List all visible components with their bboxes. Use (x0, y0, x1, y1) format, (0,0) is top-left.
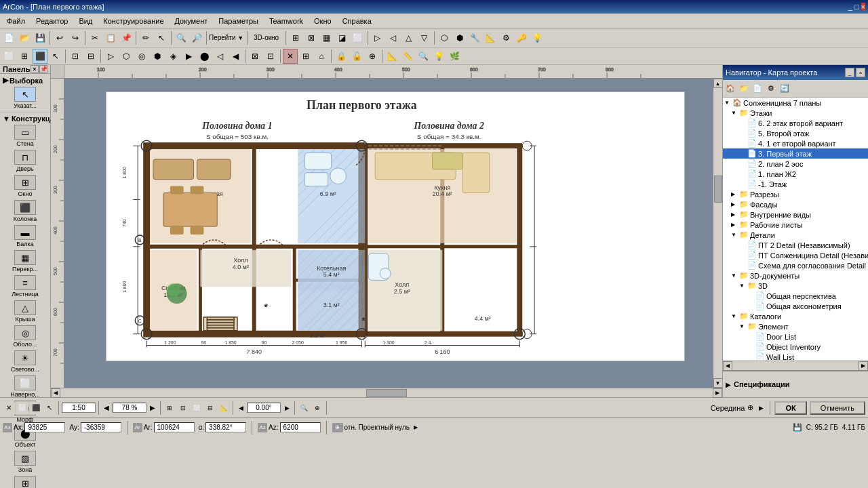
tb2-btn9[interactable]: ◀ (228, 49, 243, 64)
menu-view[interactable]: Вид (75, 16, 96, 26)
tree-item-detali[interactable]: ▼ 📁 Детали (723, 230, 868, 240)
tb-btn6[interactable]: ▷ (370, 30, 385, 45)
minimize-btn[interactable]: _ (848, 3, 852, 11)
open-btn[interactable]: 📂 (17, 30, 32, 45)
panel-item-balka[interactable]: ▬ Балка (1, 224, 49, 249)
tb-btn5[interactable]: ⬜ (351, 30, 366, 45)
tree-item-katalogi[interactable]: ▼ 📁 Каталоги (723, 311, 868, 321)
tb-btn14[interactable]: ⚙ (499, 30, 514, 45)
tb-btn11[interactable]: ⬢ (452, 30, 467, 45)
tb-btn7[interactable]: ◁ (386, 30, 401, 45)
cancel-button[interactable]: Отменить (810, 401, 865, 415)
angle-minus[interactable]: ◀ (236, 402, 245, 414)
menu-edit[interactable]: Редактор (32, 16, 72, 26)
tb2-btn5[interactable]: ◈ (165, 49, 180, 64)
tb-btn8[interactable]: △ (401, 30, 416, 45)
save-btn[interactable]: 💾 (33, 30, 47, 45)
tb2-btn1[interactable]: ▷ (103, 49, 118, 64)
menu-teamwork[interactable]: Teamwork (265, 16, 307, 26)
tree-item-pt2[interactable]: 📄 ПТ 2 Detail (Независимый) (723, 240, 868, 250)
view-btn-e[interactable]: 📐 (218, 402, 230, 414)
panel-close-btn[interactable]: × (31, 65, 39, 73)
copy-btn[interactable]: 📋 (103, 30, 118, 45)
tb2-btn12[interactable]: ✕ (283, 49, 298, 64)
menu-params[interactable]: Параметры (214, 16, 262, 26)
tb2-btn21[interactable]: 💡 (431, 49, 446, 64)
view-btn-a[interactable]: ⊞ (163, 402, 176, 414)
tree-item-3etazh[interactable]: 📄 3. Первый этаж (723, 148, 868, 159)
sb-btn1[interactable]: ✕ (3, 402, 15, 414)
tree-item-1etazh[interactable]: 📄 1. план Ж2 (723, 169, 868, 179)
menu-document[interactable]: Документ (171, 16, 212, 26)
tree-item-fasady[interactable]: ▶ 📁 Фасады (723, 199, 868, 209)
tree-item-ptsol[interactable]: 📄 ПТ Солженицина Detail (Независ... (723, 250, 868, 260)
zoom-in-btn[interactable]: 🔍 (174, 30, 189, 45)
tb-btn2[interactable]: ⊠ (304, 30, 319, 45)
tb2-btn20[interactable]: 🔍 (416, 49, 431, 64)
panel-item-zona[interactable]: ▧ Зона (1, 449, 49, 474)
panel-item-ukazat[interactable]: ↖ Указат... (1, 85, 49, 110)
tb2-btn4[interactable]: ⬢ (150, 49, 165, 64)
snap-btn[interactable]: 🔍 (298, 402, 310, 414)
scroll-left-btn[interactable]: ◀ (51, 388, 60, 398)
tb2-btn3[interactable]: ◎ (134, 49, 149, 64)
section-konstruk-header[interactable]: ▼ Конструкц... (1, 114, 49, 123)
tb-btn4[interactable]: ◪ (335, 30, 350, 45)
3d-view-btn[interactable]: 3D-окно (250, 30, 283, 45)
tb2-btn10[interactable]: ⊠ (248, 49, 262, 64)
panel-item-naverno[interactable]: ⬜ Наверно... (1, 374, 49, 399)
scroll-up-btn[interactable]: ▲ (713, 79, 723, 88)
panel-item-3dsetka[interactable]: ⊞ 3D-сетка (1, 474, 49, 488)
tree-item-2etazh[interactable]: 📄 2. план 2 эос (723, 159, 868, 169)
tb2-btn22[interactable]: 🌿 (447, 49, 462, 64)
nav-close-btn[interactable]: × (856, 68, 865, 77)
panel-item-lestnica[interactable]: ≡ Лестница (1, 274, 49, 299)
new-btn[interactable]: 📄 (1, 30, 16, 45)
panel-item-krysha[interactable]: △ Крыша (1, 299, 49, 324)
close-btn[interactable]: × (861, 3, 865, 11)
nav-scroll-right[interactable]: ▶ (859, 361, 868, 371)
zoom-plus[interactable]: ▶ (148, 402, 157, 414)
sb-btn3[interactable]: ⬛ (30, 402, 42, 414)
tb2-btn16[interactable]: 🔓 (349, 49, 364, 64)
tree-item-perspektiva[interactable]: 📄 Общая перспектива (723, 291, 868, 301)
nav-minimize-btn[interactable]: _ (845, 68, 854, 77)
panel-item-dver[interactable]: ⊓ Дверь (1, 148, 49, 174)
tb-btn15[interactable]: 🔑 (515, 30, 530, 45)
tb2-btn13[interactable]: ⊞ (298, 49, 313, 64)
draw-btn[interactable]: ✏ (138, 30, 153, 45)
snap2-btn[interactable]: ⊕ (311, 402, 323, 414)
tree-item-rabochie[interactable]: ▶ 📁 Рабочие листы (723, 220, 868, 230)
tb2-btn2[interactable]: ⬡ (119, 49, 134, 64)
nav-home-btn[interactable]: 🏠 (724, 83, 736, 95)
tb-btn13[interactable]: 📐 (484, 30, 498, 45)
tb2-btn15[interactable]: 🔒 (334, 49, 349, 64)
menu-construct[interactable]: Конструирование (99, 16, 167, 26)
view-btn2[interactable]: ⊞ (17, 49, 32, 64)
snap-arrow-btn[interactable]: ▶ (756, 402, 766, 414)
tb2-btn14[interactable]: ⌂ (314, 49, 329, 64)
tb2-btn19[interactable]: 📏 (400, 49, 415, 64)
canvas-area[interactable]: План первого этажа Половина дома 1 S общ… (64, 79, 713, 388)
panel-item-svetovo[interactable]: ☀ Светово... (1, 349, 49, 374)
view-btn-d[interactable]: ⊟ (204, 402, 216, 414)
tb-btn9[interactable]: ▽ (417, 30, 432, 45)
tb-btn1[interactable]: ⊞ (288, 30, 303, 45)
cut-btn[interactable]: ✂ (87, 30, 102, 45)
ok-button[interactable]: ОК (774, 401, 806, 415)
tree-item-razrezy[interactable]: ▶ 📁 Разрезы (723, 189, 868, 199)
zoom-prev[interactable]: ⊟ (83, 49, 98, 64)
nav-refresh-btn[interactable]: 🔄 (778, 83, 791, 95)
nav-folder-btn[interactable]: 📁 (738, 83, 750, 95)
zoom-minus[interactable]: ◀ (102, 402, 111, 414)
paste-btn[interactable]: 📌 (119, 30, 134, 45)
ref-arrow[interactable]: ▶ (411, 423, 420, 432)
menu-help[interactable]: Справка (338, 16, 376, 26)
zoom-display[interactable]: 78 % (113, 403, 146, 413)
tree-item-6etazh[interactable]: 📄 6. 2 этак второй вариант (723, 118, 868, 128)
menu-file[interactable]: Файл (3, 16, 29, 26)
nav-newfile-btn[interactable]: 📄 (751, 83, 764, 95)
scroll-right-btn[interactable]: ▶ (713, 388, 722, 398)
tree-item-minus1[interactable]: 📄 -1. Этаж (723, 179, 868, 189)
tree-item-3d[interactable]: ▼ 📁 3D (723, 281, 868, 291)
